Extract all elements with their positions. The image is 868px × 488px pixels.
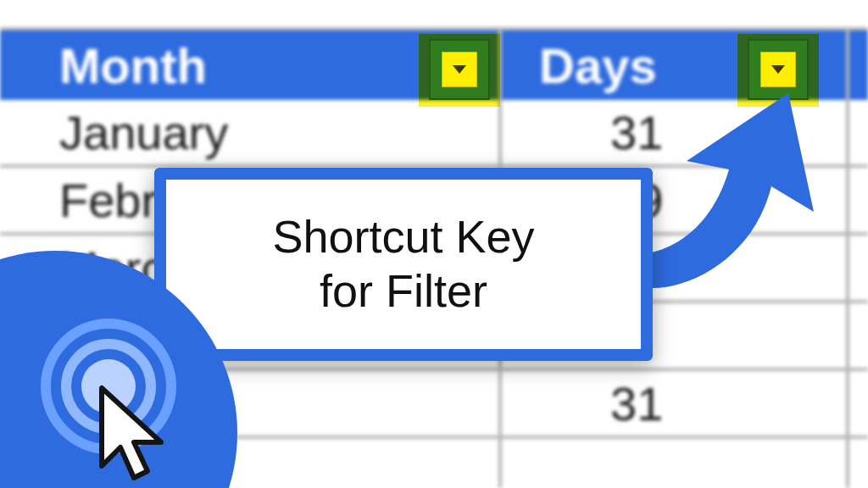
column-header-month: Month (59, 37, 207, 94)
cursor-arrow-icon (85, 383, 178, 488)
filter-dropdown-button-days[interactable] (748, 39, 809, 100)
cell-month: January (59, 105, 228, 160)
callout-text: Shortcut Key for Filter (272, 210, 534, 318)
callout-line-1: Shortcut Key (272, 211, 534, 262)
filter-dropdown-icon (442, 52, 477, 87)
filter-dropdown-button-month[interactable] (429, 39, 490, 100)
formula-bar-area (0, 0, 868, 30)
callout-line-2: for Filter (320, 265, 487, 316)
cell-days: 31 (610, 376, 663, 431)
column-header-days: Days (539, 37, 657, 94)
table-row: January31 (0, 100, 868, 168)
tutorial-thumbnail: Month Days January31 February29 March Ap… (0, 0, 868, 488)
callout-box: Shortcut Key for Filter (154, 168, 653, 361)
filter-dropdown-icon (760, 52, 796, 87)
cell-days: 31 (610, 105, 663, 160)
